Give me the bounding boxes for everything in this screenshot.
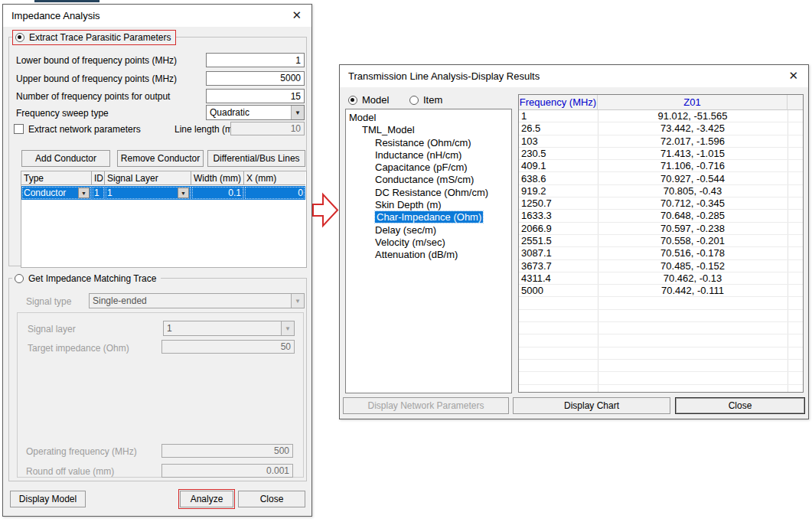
results-table-row[interactable]: 919.270.805, -0.43 bbox=[519, 185, 803, 197]
tree-item[interactable]: Capacitance (pF/cm) bbox=[346, 161, 511, 174]
conductor-layer-cell[interactable]: 1 ▼ bbox=[105, 186, 191, 200]
tree-item[interactable]: Char-Impedance (Ohm) bbox=[346, 211, 511, 223]
frequency-column-header[interactable]: Frequency (MHz) bbox=[519, 95, 598, 110]
close-icon[interactable]: ✕ bbox=[292, 8, 302, 22]
tree-item[interactable]: Skin Depth (m) bbox=[346, 199, 511, 211]
signal-type-label: Signal type bbox=[26, 296, 71, 307]
frequency-value: 230.5 bbox=[521, 148, 546, 159]
frequency-value: 1633.3 bbox=[521, 210, 552, 221]
round-off-field: 0.001 bbox=[161, 464, 293, 478]
signal-type-value: Single-ended bbox=[90, 294, 291, 308]
results-table-row[interactable]: 500070.442, -0.111 bbox=[519, 285, 803, 297]
extract-network-checkbox[interactable] bbox=[14, 124, 24, 134]
chevron-down-icon[interactable]: ▼ bbox=[178, 188, 189, 198]
radio-selected-icon bbox=[348, 96, 357, 105]
field-label: Number of frequency points for output bbox=[16, 91, 170, 102]
chevron-down-icon[interactable]: ▼ bbox=[78, 188, 90, 198]
model-radio[interactable]: Model bbox=[346, 93, 393, 107]
results-table-empty-row bbox=[519, 334, 803, 347]
tree-item[interactable]: DC Resistance (Ohm/cm) bbox=[346, 187, 511, 199]
results-table-row[interactable]: 191.012, -51.565 bbox=[519, 110, 803, 122]
tml-dialog-titlebar: Transmission Line Analysis-Display Resul… bbox=[340, 65, 808, 87]
conductor-table-header-cell[interactable]: ID bbox=[92, 171, 105, 185]
tree-item[interactable]: Delay (sec/m) bbox=[346, 224, 511, 237]
z01-value: 70.462, -0.13 bbox=[598, 272, 788, 284]
frequency-value: 103 bbox=[521, 135, 538, 147]
impedance-analysis-dialog: Impedance Analysis ✕ Extract Trace Paras… bbox=[2, 4, 312, 517]
results-table-row[interactable]: 2066.970.597, -0.238 bbox=[519, 223, 803, 235]
display-chart-button[interactable]: Display Chart bbox=[513, 397, 670, 414]
tml-results-dialog: Transmission Line Analysis-Display Resul… bbox=[339, 64, 809, 419]
tree-item[interactable]: Resistance (Ohm/cm) bbox=[346, 137, 511, 149]
frequency-value: 3673.7 bbox=[521, 260, 552, 272]
results-table-row[interactable]: 26.573.442, -3.425 bbox=[519, 122, 803, 135]
close-button[interactable]: Close bbox=[238, 491, 305, 507]
add-conductor-button[interactable]: Add Conductor bbox=[21, 150, 110, 167]
chevron-down-icon[interactable]: ▼ bbox=[291, 106, 304, 119]
results-table: Frequency (MHz) Z01 191.012, -51.56526.5… bbox=[518, 94, 804, 393]
close-icon[interactable]: ✕ bbox=[788, 69, 798, 83]
differential-bus-lines-button[interactable]: Differential/Bus Lines bbox=[207, 150, 305, 167]
tree-item-label: DC Resistance (Ohm/cm) bbox=[375, 187, 488, 198]
analyze-button[interactable]: Analyze bbox=[180, 491, 233, 507]
tree-item[interactable]: Conductance (mS/cm) bbox=[346, 174, 511, 186]
frequency-value: 4311.4 bbox=[521, 272, 551, 284]
conductor-table-header-cell[interactable]: Width (mm) bbox=[191, 171, 244, 185]
display-model-button[interactable]: Display Model bbox=[10, 491, 86, 507]
screenshot-canvas: Impedance Analysis ✕ Extract Trace Paras… bbox=[0, 0, 812, 522]
results-table-empty-row bbox=[519, 360, 803, 372]
field-input[interactable]: 15 bbox=[206, 89, 305, 103]
results-table-row[interactable]: 3087.170.516, -0.178 bbox=[519, 247, 803, 259]
z01-value: 91.012, -51.565 bbox=[598, 110, 788, 122]
sweep-type-value: Quadratic bbox=[207, 106, 291, 119]
remove-conductor-button[interactable]: Remove Conductor bbox=[117, 150, 204, 167]
frequency-value: 409.1 bbox=[521, 160, 546, 171]
chevron-down-icon: ▼ bbox=[291, 294, 304, 308]
close-button[interactable]: Close bbox=[675, 397, 805, 414]
conductor-table-header-cell[interactable]: Type bbox=[21, 171, 92, 185]
conductor-width-cell[interactable]: 0.1 bbox=[191, 186, 244, 200]
results-table-row[interactable]: 409.171.106, -0.716 bbox=[519, 160, 803, 172]
item-radio[interactable]: Item bbox=[407, 93, 447, 107]
tree-item[interactable]: TML_Model bbox=[346, 124, 511, 136]
operating-frequency-field: 500 bbox=[161, 444, 293, 458]
tree-item-label: Resistance (Ohm/cm) bbox=[375, 137, 471, 148]
results-table-row[interactable]: 2551.570.558, -0.201 bbox=[519, 235, 803, 247]
field-label: Lower bound of frequency points (MHz) bbox=[16, 55, 177, 66]
z01-value: 72.017, -1.596 bbox=[598, 135, 788, 147]
field-input[interactable]: 5000 bbox=[206, 71, 305, 86]
z01-value: 70.558, -0.201 bbox=[598, 235, 788, 246]
conductor-table: TypeIDSignal LayerWidth (mm)X (mm) Condu… bbox=[21, 171, 307, 268]
results-table-row[interactable]: 10372.017, -1.596 bbox=[519, 135, 803, 148]
results-table-row[interactable]: 1633.370.648, -0.285 bbox=[519, 210, 803, 222]
field-input[interactable]: 1 bbox=[206, 53, 305, 67]
conductor-table-header-cell[interactable]: Signal Layer bbox=[105, 171, 191, 185]
frequency-value: 1250.7 bbox=[521, 197, 552, 209]
conductor-table-header-cell[interactable]: X (mm) bbox=[244, 171, 305, 185]
extract-parasitic-radio[interactable]: Extract Trace Parasitic Parameters bbox=[12, 30, 176, 45]
results-table-row[interactable]: 638.670.927, -0.544 bbox=[519, 173, 803, 185]
matching-trace-radio[interactable]: Get Impedance Matching Trace bbox=[12, 272, 161, 285]
results-table-row[interactable]: 4311.470.462, -0.13 bbox=[519, 272, 803, 285]
tree-item-label: Capacitance (pF/cm) bbox=[375, 161, 468, 173]
results-table-row[interactable]: 1250.770.712, -0.345 bbox=[519, 197, 803, 210]
results-table-row[interactable]: 3673.770.485, -0.152 bbox=[519, 260, 803, 272]
z01-value: 70.442, -0.111 bbox=[598, 285, 788, 296]
frequency-value: 26.5 bbox=[521, 122, 540, 134]
z01-value: 70.485, -0.152 bbox=[598, 260, 788, 272]
results-table-empty-row bbox=[519, 298, 803, 310]
tree-item[interactable]: Model bbox=[346, 112, 511, 124]
results-table-empty-row bbox=[519, 347, 803, 360]
extract-network-label: Extract network parameters bbox=[28, 124, 141, 135]
results-table-row[interactable]: 230.571.413, -1.015 bbox=[519, 148, 803, 160]
tree-item[interactable]: Attenuation (dB/m) bbox=[346, 249, 511, 261]
tree-item[interactable]: Inductance (nH/cm) bbox=[346, 149, 511, 161]
sweep-type-combo[interactable]: Quadratic ▼ bbox=[206, 105, 305, 120]
tree-item[interactable]: Velocity (m/sec) bbox=[346, 237, 511, 249]
conductor-x-cell[interactable]: 0 bbox=[244, 186, 305, 200]
z01-column-header[interactable]: Z01 bbox=[598, 95, 788, 110]
radio-unselected-icon bbox=[409, 96, 419, 105]
conductor-type-cell[interactable]: Conductor ▼ bbox=[21, 186, 92, 200]
model-tree: ModelTML_ModelResistance (Ohm/cm)Inducta… bbox=[345, 109, 512, 393]
conductor-id-cell[interactable]: 1 bbox=[92, 186, 105, 200]
